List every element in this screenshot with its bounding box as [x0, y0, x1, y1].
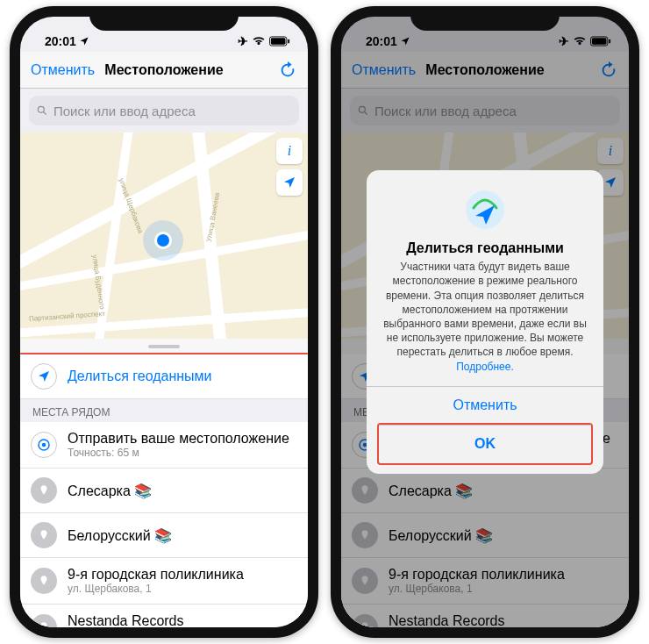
alert-title: Делиться геоданными: [381, 240, 589, 256]
section-nearby: МЕСТА РЯДОМ: [20, 399, 308, 422]
share-location-label: Делиться геоданными: [68, 369, 297, 384]
target-icon: [31, 432, 57, 458]
search-input[interactable]: Поиск или ввод адреса: [29, 96, 299, 125]
svg-point-6: [42, 443, 46, 447]
map-info-button[interactable]: i: [276, 138, 303, 164]
send-current-sub: Точность: 65 м: [68, 447, 297, 459]
airplane-icon: ✈︎: [238, 34, 248, 48]
map-view[interactable]: улица Щербакова улица Будённого Улица Ва…: [20, 132, 308, 339]
svg-rect-1: [271, 38, 286, 44]
place-title: Nestanda Records: [68, 613, 297, 627]
place-title: Слесарка 📚: [68, 483, 297, 499]
search-placeholder: Поиск или ввод адреса: [53, 104, 196, 118]
svg-point-3: [38, 106, 44, 112]
svg-line-4: [44, 112, 46, 115]
place-pin-icon: [31, 522, 57, 548]
share-location-row[interactable]: Делиться геоданными: [20, 354, 308, 399]
list-item[interactable]: Слесарка 📚: [20, 469, 308, 513]
list-item[interactable]: Белорусский 📚: [20, 513, 308, 558]
place-pin-icon: [31, 614, 57, 627]
current-location-dot: [143, 220, 183, 261]
status-time: 20:01: [45, 34, 76, 48]
place-pin-icon: [31, 568, 57, 594]
refresh-icon[interactable]: [278, 61, 297, 80]
place-title: 9-я городская поликлиника: [68, 567, 297, 583]
list-item[interactable]: Nestanda Records ул. Будённого, 1: [20, 605, 308, 627]
modal-dimmer: Делиться геоданными Участники чата будут…: [341, 17, 629, 627]
battery-icon: [269, 36, 290, 47]
svg-rect-2: [288, 39, 289, 44]
alert-location-icon: [461, 186, 509, 233]
alert-more-link[interactable]: Подробнее.: [456, 361, 514, 373]
alert-ok-button[interactable]: ОK: [379, 425, 591, 463]
highlight-ok: ОK: [377, 423, 593, 465]
svg-point-14: [466, 190, 504, 229]
wifi-icon: [252, 36, 266, 47]
highlight-share-row: Делиться геоданными: [20, 353, 308, 401]
screen-right: 20:01 ✈︎ Отменить Местоположение Поиск и…: [341, 17, 629, 627]
notch: [410, 6, 560, 31]
cancel-button[interactable]: Отменить: [31, 62, 95, 78]
list-item[interactable]: 9-я городская поликлиника ул. Щербакова,…: [20, 558, 308, 605]
alert-message: Участники чата будут видеть ваше местопо…: [381, 260, 589, 374]
place-title: Белорусский 📚: [68, 527, 297, 544]
place-pin-icon: [31, 477, 57, 504]
place-sub: ул. Щербакова, 1: [68, 583, 297, 595]
phone-right: 20:01 ✈︎ Отменить Местоположение Поиск и…: [331, 6, 639, 638]
screen-left: 20:01 ✈︎ Отменить Местоположение Поиск и…: [20, 17, 308, 627]
send-current-location-row[interactable]: Отправить ваше местоположение Точность: …: [20, 422, 308, 469]
alert-cancel-button[interactable]: Отменить: [367, 386, 603, 425]
notch: [89, 6, 239, 31]
share-location-icon: [31, 363, 57, 390]
phone-left: 20:01 ✈︎ Отменить Местоположение Поиск и…: [10, 6, 318, 638]
location-arrow-icon: [79, 36, 89, 47]
send-current-title: Отправить ваше местоположение: [68, 431, 297, 447]
alert-dialog: Делиться геоданными Участники чата будут…: [367, 170, 603, 474]
street-label: Партизанский проспект: [29, 310, 105, 323]
search-icon: [36, 104, 48, 117]
nav-bar: Отменить Местоположение: [20, 52, 308, 89]
map-locate-button[interactable]: [276, 169, 303, 196]
